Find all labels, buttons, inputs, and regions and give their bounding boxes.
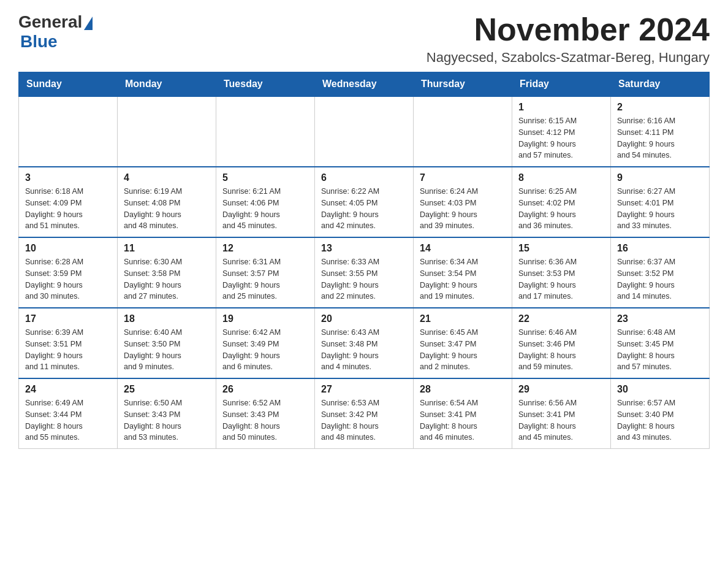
calendar-cell: 12Sunrise: 6:31 AM Sunset: 3:57 PM Dayli… bbox=[216, 237, 315, 308]
calendar-table: SundayMondayTuesdayWednesdayThursdayFrid… bbox=[18, 72, 710, 449]
calendar-cell: 21Sunrise: 6:45 AM Sunset: 3:47 PM Dayli… bbox=[414, 308, 512, 378]
calendar-cell: 4Sunrise: 6:19 AM Sunset: 4:08 PM Daylig… bbox=[118, 167, 216, 237]
calendar-cell: 8Sunrise: 6:25 AM Sunset: 4:02 PM Daylig… bbox=[512, 167, 611, 237]
calendar-cell: 10Sunrise: 6:28 AM Sunset: 3:59 PM Dayli… bbox=[19, 237, 118, 308]
day-info: Sunrise: 6:48 AM Sunset: 3:45 PM Dayligh… bbox=[617, 327, 703, 373]
calendar-cell: 13Sunrise: 6:33 AM Sunset: 3:55 PM Dayli… bbox=[315, 237, 414, 308]
calendar-cell: 17Sunrise: 6:39 AM Sunset: 3:51 PM Dayli… bbox=[19, 308, 118, 378]
day-number: 21 bbox=[420, 313, 506, 324]
calendar-cell: 3Sunrise: 6:18 AM Sunset: 4:09 PM Daylig… bbox=[19, 167, 118, 237]
day-number: 22 bbox=[518, 313, 604, 324]
weekday-header-thursday: Thursday bbox=[414, 72, 512, 97]
day-info: Sunrise: 6:24 AM Sunset: 4:03 PM Dayligh… bbox=[420, 186, 506, 232]
day-number: 5 bbox=[222, 172, 308, 183]
day-info: Sunrise: 6:34 AM Sunset: 3:54 PM Dayligh… bbox=[420, 256, 506, 302]
day-number: 10 bbox=[25, 243, 111, 254]
day-number: 9 bbox=[617, 172, 703, 183]
day-number: 15 bbox=[518, 243, 604, 254]
day-number: 13 bbox=[321, 243, 407, 254]
day-info: Sunrise: 6:39 AM Sunset: 3:51 PM Dayligh… bbox=[25, 327, 111, 373]
logo-blue-text: Blue bbox=[20, 32, 58, 52]
calendar-cell: 7Sunrise: 6:24 AM Sunset: 4:03 PM Daylig… bbox=[414, 167, 512, 237]
day-number: 18 bbox=[124, 313, 210, 324]
day-info: Sunrise: 6:57 AM Sunset: 3:40 PM Dayligh… bbox=[617, 397, 703, 443]
day-info: Sunrise: 6:27 AM Sunset: 4:01 PM Dayligh… bbox=[617, 186, 703, 232]
calendar-cell bbox=[216, 96, 315, 167]
day-number: 14 bbox=[420, 243, 506, 254]
day-number: 2 bbox=[617, 102, 703, 113]
day-number: 17 bbox=[25, 313, 111, 324]
day-info: Sunrise: 6:30 AM Sunset: 3:58 PM Dayligh… bbox=[124, 256, 210, 302]
day-info: Sunrise: 6:53 AM Sunset: 3:42 PM Dayligh… bbox=[321, 397, 407, 443]
day-info: Sunrise: 6:31 AM Sunset: 3:57 PM Dayligh… bbox=[222, 256, 308, 302]
calendar-cell: 19Sunrise: 6:42 AM Sunset: 3:49 PM Dayli… bbox=[216, 308, 315, 378]
day-info: Sunrise: 6:15 AM Sunset: 4:12 PM Dayligh… bbox=[518, 115, 604, 161]
day-info: Sunrise: 6:56 AM Sunset: 3:41 PM Dayligh… bbox=[518, 397, 604, 443]
calendar-cell: 26Sunrise: 6:52 AM Sunset: 3:43 PM Dayli… bbox=[216, 378, 315, 449]
week-row-1: 1Sunrise: 6:15 AM Sunset: 4:12 PM Daylig… bbox=[19, 96, 710, 167]
day-info: Sunrise: 6:42 AM Sunset: 3:49 PM Dayligh… bbox=[222, 327, 308, 373]
calendar-cell: 24Sunrise: 6:49 AM Sunset: 3:44 PM Dayli… bbox=[19, 378, 118, 449]
day-info: Sunrise: 6:46 AM Sunset: 3:46 PM Dayligh… bbox=[518, 327, 604, 373]
calendar-cell: 28Sunrise: 6:54 AM Sunset: 3:41 PM Dayli… bbox=[414, 378, 512, 449]
logo-general-text: General bbox=[18, 12, 82, 32]
week-row-3: 10Sunrise: 6:28 AM Sunset: 3:59 PM Dayli… bbox=[19, 237, 710, 308]
day-info: Sunrise: 6:37 AM Sunset: 3:52 PM Dayligh… bbox=[617, 256, 703, 302]
calendar-cell: 23Sunrise: 6:48 AM Sunset: 3:45 PM Dayli… bbox=[611, 308, 710, 378]
day-info: Sunrise: 6:16 AM Sunset: 4:11 PM Dayligh… bbox=[617, 115, 703, 161]
day-info: Sunrise: 6:43 AM Sunset: 3:48 PM Dayligh… bbox=[321, 327, 407, 373]
page-header: General Blue November 2024 Nagyecsed, Sz… bbox=[18, 12, 710, 66]
day-info: Sunrise: 6:50 AM Sunset: 3:43 PM Dayligh… bbox=[124, 397, 210, 443]
day-number: 28 bbox=[420, 384, 506, 395]
calendar-cell: 18Sunrise: 6:40 AM Sunset: 3:50 PM Dayli… bbox=[118, 308, 216, 378]
day-info: Sunrise: 6:28 AM Sunset: 3:59 PM Dayligh… bbox=[25, 256, 111, 302]
calendar-cell: 9Sunrise: 6:27 AM Sunset: 4:01 PM Daylig… bbox=[611, 167, 710, 237]
calendar-cell: 22Sunrise: 6:46 AM Sunset: 3:46 PM Dayli… bbox=[512, 308, 611, 378]
day-number: 23 bbox=[617, 313, 703, 324]
day-number: 11 bbox=[124, 243, 210, 254]
calendar-cell: 16Sunrise: 6:37 AM Sunset: 3:52 PM Dayli… bbox=[611, 237, 710, 308]
calendar-cell bbox=[414, 96, 512, 167]
day-number: 6 bbox=[321, 172, 407, 183]
calendar-cell: 29Sunrise: 6:56 AM Sunset: 3:41 PM Dayli… bbox=[512, 378, 611, 449]
calendar-cell: 14Sunrise: 6:34 AM Sunset: 3:54 PM Dayli… bbox=[414, 237, 512, 308]
day-info: Sunrise: 6:19 AM Sunset: 4:08 PM Dayligh… bbox=[124, 186, 210, 232]
day-info: Sunrise: 6:21 AM Sunset: 4:06 PM Dayligh… bbox=[222, 186, 308, 232]
day-info: Sunrise: 6:54 AM Sunset: 3:41 PM Dayligh… bbox=[420, 397, 506, 443]
logo: General Blue bbox=[18, 12, 93, 52]
week-row-5: 24Sunrise: 6:49 AM Sunset: 3:44 PM Dayli… bbox=[19, 378, 710, 449]
calendar-cell: 15Sunrise: 6:36 AM Sunset: 3:53 PM Dayli… bbox=[512, 237, 611, 308]
calendar-cell: 11Sunrise: 6:30 AM Sunset: 3:58 PM Dayli… bbox=[118, 237, 216, 308]
day-number: 27 bbox=[321, 384, 407, 395]
calendar-cell: 2Sunrise: 6:16 AM Sunset: 4:11 PM Daylig… bbox=[611, 96, 710, 167]
day-number: 26 bbox=[222, 384, 308, 395]
weekday-header-friday: Friday bbox=[512, 72, 611, 97]
day-number: 3 bbox=[25, 172, 111, 183]
day-info: Sunrise: 6:36 AM Sunset: 3:53 PM Dayligh… bbox=[518, 256, 604, 302]
weekday-header-wednesday: Wednesday bbox=[315, 72, 414, 97]
calendar-cell bbox=[19, 96, 118, 167]
calendar-cell: 25Sunrise: 6:50 AM Sunset: 3:43 PM Dayli… bbox=[118, 378, 216, 449]
location-title: Nagyecsed, Szabolcs-Szatmar-Bereg, Hunga… bbox=[427, 50, 710, 66]
day-number: 29 bbox=[518, 384, 604, 395]
day-number: 8 bbox=[518, 172, 604, 183]
day-info: Sunrise: 6:52 AM Sunset: 3:43 PM Dayligh… bbox=[222, 397, 308, 443]
logo-triangle-icon bbox=[84, 17, 93, 30]
calendar-cell: 5Sunrise: 6:21 AM Sunset: 4:06 PM Daylig… bbox=[216, 167, 315, 237]
day-number: 24 bbox=[25, 384, 111, 395]
day-info: Sunrise: 6:49 AM Sunset: 3:44 PM Dayligh… bbox=[25, 397, 111, 443]
title-area: November 2024 Nagyecsed, Szabolcs-Szatma… bbox=[427, 12, 710, 66]
day-number: 30 bbox=[617, 384, 703, 395]
day-number: 25 bbox=[124, 384, 210, 395]
weekday-header-saturday: Saturday bbox=[611, 72, 710, 97]
calendar-header-row: SundayMondayTuesdayWednesdayThursdayFrid… bbox=[19, 72, 710, 97]
calendar-cell: 30Sunrise: 6:57 AM Sunset: 3:40 PM Dayli… bbox=[611, 378, 710, 449]
calendar-cell bbox=[315, 96, 414, 167]
week-row-4: 17Sunrise: 6:39 AM Sunset: 3:51 PM Dayli… bbox=[19, 308, 710, 378]
day-number: 20 bbox=[321, 313, 407, 324]
calendar-cell: 6Sunrise: 6:22 AM Sunset: 4:05 PM Daylig… bbox=[315, 167, 414, 237]
day-number: 1 bbox=[518, 102, 604, 113]
day-number: 16 bbox=[617, 243, 703, 254]
day-number: 12 bbox=[222, 243, 308, 254]
weekday-header-monday: Monday bbox=[118, 72, 216, 97]
